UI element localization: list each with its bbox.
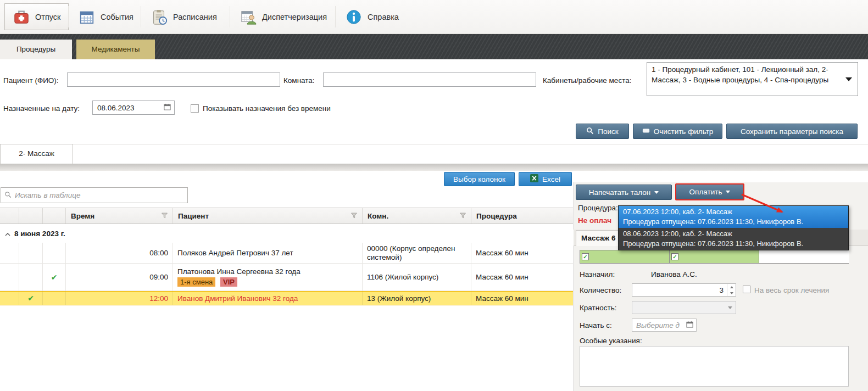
frequency-label: Кратность:: [580, 304, 616, 312]
unpaid-status-text: Не оплач: [578, 216, 611, 225]
date-label: Назначенные на дату:: [3, 104, 80, 113]
column-header-label: Комн.: [368, 212, 388, 220]
column-header-patient[interactable]: Пациент: [173, 208, 363, 224]
toolbar-button-label: Расписания: [173, 13, 217, 21]
clear-filter-button[interactable]: Очистить фильтр: [633, 124, 722, 139]
cell-status-2: [43, 292, 66, 305]
column-header-blank1[interactable]: [0, 208, 19, 224]
toolbar-button-events[interactable]: События: [70, 3, 141, 30]
column-header-procedure[interactable]: Процедура: [471, 208, 573, 224]
cell-expander: [0, 243, 19, 263]
cell-status-2: [43, 243, 66, 263]
tab-medications[interactable]: Медикаменты: [76, 40, 155, 59]
cabinets-value: 1 - Процедурный кабинет, 101 - Лекционны…: [647, 63, 839, 96]
cabinets-select[interactable]: 1 - Процедурный кабинет, 101 - Лекционны…: [647, 62, 858, 96]
session-cell-pending: [759, 250, 849, 263]
quantity-input[interactable]: [632, 284, 727, 296]
cell-patient: Иванов Дмитрий Иванович 32 года: [173, 292, 363, 305]
filter-funnel-icon[interactable]: [351, 212, 357, 220]
patient-name: Платонова Инна Сергеевна 32 года: [177, 267, 301, 276]
pay-dropdown-item-selected[interactable]: 07.06.2023 12:00, каб. 2- Массаж Процеду…: [619, 206, 848, 228]
toolbar-button-dispense[interactable]: Отпуск: [4, 3, 69, 30]
column-header-blank2[interactable]: [19, 208, 43, 224]
date-group-label: 8 июня 2023 г.: [14, 230, 65, 238]
module-tab-bar: Процедуры Медикаменты: [0, 34, 868, 59]
toolbar-button-help[interactable]: Справка: [337, 3, 407, 30]
table-header: Время Пациент Комн. Процедура: [0, 208, 573, 224]
cell-procedure: Массаж 60 мин: [471, 264, 573, 291]
filter-funnel-icon[interactable]: [460, 212, 466, 220]
cell-expander: [0, 292, 19, 305]
calendar-small-icon: [164, 103, 171, 112]
dropdown-item-line1: 07.06.2023 12:00, каб. 2- Массаж: [623, 207, 844, 217]
excel-icon: [530, 174, 538, 184]
cabinets-dropdown-button[interactable]: [840, 63, 858, 96]
spin-down-button[interactable]: [727, 290, 736, 296]
pay-button[interactable]: Оплатить: [675, 183, 744, 200]
pay-button-label: Оплатить: [689, 188, 722, 196]
filter-funnel-icon[interactable]: [162, 212, 168, 220]
print-ticket-button[interactable]: Напечатать талон: [576, 185, 672, 200]
cell-patient: Поляков Андрей Петрович 37 лет: [173, 243, 363, 263]
toolbar-button-schedules[interactable]: Расписания: [143, 3, 225, 30]
date-value: 08.06.2023: [97, 104, 160, 112]
cell-status-2: ✔: [43, 264, 66, 291]
session-checkbox[interactable]: ✓: [671, 253, 678, 260]
start-date-placeholder: Выберите д: [636, 321, 683, 329]
session-checkbox[interactable]: ✓: [582, 253, 589, 260]
special-notes-textarea[interactable]: [580, 346, 849, 387]
column-header-room[interactable]: Комн.: [363, 208, 471, 224]
print-ticket-label: Напечатать талон: [589, 188, 651, 197]
search-button-label: Поиск: [598, 127, 618, 136]
patient-input[interactable]: [67, 72, 280, 87]
table-search-input[interactable]: [15, 191, 184, 199]
toolbar-separator: [335, 6, 336, 27]
start-date-input[interactable]: Выберите д: [632, 319, 697, 332]
shift-badge: 1-я смена: [177, 277, 215, 287]
room-input[interactable]: [323, 72, 536, 87]
dispatch-person-calendar-icon: [240, 8, 257, 26]
toolbar-separator: [230, 6, 230, 27]
column-header-label: Пациент: [178, 212, 209, 220]
dropdown-item-line2: Процедура отпущена: 07.06.2023 11:30, Ни…: [623, 217, 844, 227]
full-term-checkbox[interactable]: [743, 286, 750, 293]
cell-room: 13 (Жилой корпус): [363, 292, 471, 305]
table-row[interactable]: 08:00 Поляков Андрей Петрович 37 лет 000…: [0, 243, 573, 264]
cell-status-1: ✔: [19, 292, 43, 305]
column-header-label: Процедура: [476, 212, 517, 220]
cell-procedure: Массаж 60 мин: [471, 243, 573, 263]
toolbar-button-dispatch[interactable]: Диспетчеризация: [232, 3, 335, 30]
date-group-row[interactable]: 8 июня 2023 г.: [0, 224, 573, 243]
patient-label: Пациент (ФИО):: [3, 76, 59, 85]
choose-columns-label: Выбор колонок: [453, 175, 505, 183]
excel-export-button[interactable]: Excel: [519, 172, 572, 186]
search-icon: [4, 191, 12, 200]
room-label: Комната:: [283, 76, 315, 85]
tab-room-massage[interactable]: 2- Массаж: [0, 144, 73, 164]
show-no-time-checkbox[interactable]: [191, 104, 199, 113]
date-input[interactable]: 08.06.2023: [92, 100, 175, 115]
toolbar-button-label: Диспетчеризация: [262, 13, 327, 21]
table-row-selected[interactable]: ✔ 12:00 Иванов Дмитрий Иванович 32 года …: [0, 291, 573, 305]
column-header-time[interactable]: Время: [66, 208, 173, 224]
column-header-blank3[interactable]: [43, 208, 66, 224]
vip-badge: VIP: [220, 277, 237, 287]
save-search-params-button[interactable]: Сохранить параметры поиска: [726, 124, 858, 139]
dropdown-item-line1: 08.06.2023 12:00, каб. 2- Массаж: [623, 229, 844, 239]
assigned-by-label: Назначил:: [580, 270, 615, 278]
tab-procedures[interactable]: Процедуры: [0, 40, 72, 59]
frequency-select[interactable]: [632, 301, 736, 314]
cell-status-1: [19, 264, 43, 291]
divider-band: [0, 164, 868, 171]
cell-procedure: Массаж 60 мин: [471, 292, 573, 305]
table-row[interactable]: ✔ 09:00 Платонова Инна Сергеевна 32 года…: [0, 264, 573, 291]
toolbar-separator: [141, 6, 141, 27]
pay-dropdown-item[interactable]: 08.06.2023 12:00, каб. 2- Массаж Процеду…: [619, 228, 848, 250]
choose-columns-button[interactable]: Выбор колонок: [444, 172, 515, 186]
toolbar-button-label: События: [101, 13, 133, 21]
session-cell-done: ✓: [670, 250, 759, 263]
search-button[interactable]: Поиск: [576, 124, 629, 139]
special-notes-label: Особые указания:: [580, 337, 642, 345]
spinner-buttons: [727, 284, 736, 296]
spin-up-button[interactable]: [727, 284, 736, 290]
